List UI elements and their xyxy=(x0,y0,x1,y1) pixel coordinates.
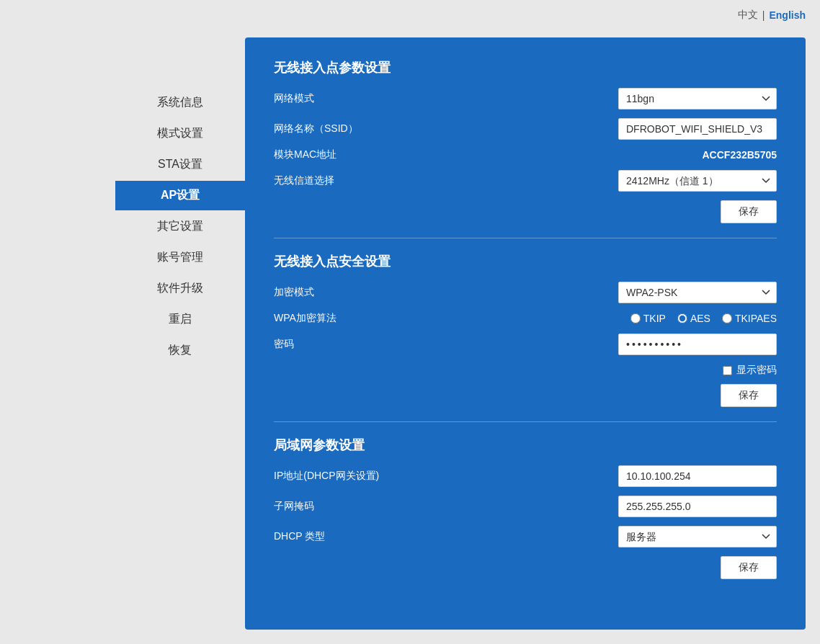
channel-select[interactable]: 2412MHz（信道 1） 2437MHz（信道 6） 2462MHz（信道 1… xyxy=(618,170,777,192)
ip-input[interactable] xyxy=(618,465,777,487)
ip-row: IP地址(DHCP网关设置) xyxy=(274,465,777,487)
lan-params-section: 局域网参数设置 IP地址(DHCP网关设置) 子网掩码 DHCP 类型 服务器 xyxy=(274,437,777,594)
subnet-label: 子网掩码 xyxy=(274,500,389,513)
lan-params-save-button[interactable]: 保存 xyxy=(721,556,777,579)
show-password-label[interactable]: 显示密码 xyxy=(736,364,777,377)
dhcp-type-label: DHCP 类型 xyxy=(274,530,389,543)
subnet-row: 子网掩码 xyxy=(274,496,777,517)
channel-row: 无线信道选择 2412MHz（信道 1） 2437MHz（信道 6） 2462M… xyxy=(274,170,777,192)
sidebar-item-other-settings[interactable]: 其它设置 xyxy=(115,212,245,241)
wpa-algo-aes-text: AES xyxy=(690,313,710,324)
ip-value xyxy=(389,465,777,487)
wpa-algo-tkipaes-label[interactable]: TKIPAES xyxy=(722,313,777,324)
network-mode-select[interactable]: 11bgn 11bg 11b 11g 11n xyxy=(618,88,777,109)
wireless-ap-params-section: 无线接入点参数设置 网络模式 11bgn 11bg 11b 11g 11n 网络… xyxy=(274,59,777,238)
network-mode-label: 网络模式 xyxy=(274,92,389,105)
wpa-algo-tkip-radio[interactable] xyxy=(630,313,641,323)
password-value xyxy=(389,334,777,355)
password-label: 密码 xyxy=(274,338,389,351)
encryption-row: 加密模式 WPA2-PSK WPA-PSK WEP 无 xyxy=(274,282,777,303)
wpa-algo-tkipaes-text: TKIPAES xyxy=(735,313,777,324)
sidebar: 系统信息 模式设置 STA设置 AP设置 其它设置 账号管理 软件升级 重启 恢… xyxy=(0,30,245,637)
wpa-algo-aes-radio[interactable] xyxy=(677,313,687,323)
subnet-input[interactable] xyxy=(618,496,777,517)
ap-params-save-row: 保存 xyxy=(274,200,777,223)
channel-value: 2412MHz（信道 1） 2437MHz（信道 6） 2462MHz（信道 1… xyxy=(389,170,777,192)
ssid-value xyxy=(389,118,777,140)
sidebar-item-restore[interactable]: 恢复 xyxy=(115,336,245,365)
main-content: 无线接入点参数设置 网络模式 11bgn 11bg 11b 11g 11n 网络… xyxy=(245,37,806,630)
sidebar-item-system-info[interactable]: 系统信息 xyxy=(115,88,245,117)
show-password-row: 显示密码 xyxy=(274,364,777,377)
sidebar-item-sta-settings[interactable]: STA设置 xyxy=(115,150,245,179)
wireless-ap-security-section: 无线接入点安全设置 加密模式 WPA2-PSK WPA-PSK WEP 无 WP… xyxy=(274,253,777,422)
password-input[interactable] xyxy=(618,334,777,355)
wireless-ap-security-title: 无线接入点安全设置 xyxy=(274,253,777,270)
password-row: 密码 xyxy=(274,334,777,355)
ssid-input[interactable] xyxy=(618,118,777,140)
wpa-algo-aes-label[interactable]: AES xyxy=(677,313,710,324)
page-layout: 系统信息 模式设置 STA设置 AP设置 其它设置 账号管理 软件升级 重启 恢… xyxy=(0,30,820,644)
mac-value: ACCF232B5705 xyxy=(389,149,777,161)
lan-params-title: 局域网参数设置 xyxy=(274,437,777,454)
subnet-value xyxy=(389,496,777,517)
wpa-algo-row: WPA加密算法 TKIP AES TKIPAES xyxy=(274,312,777,325)
ap-params-save-button[interactable]: 保存 xyxy=(721,200,777,223)
mac-row: 模块MAC地址 ACCF232B5705 xyxy=(274,148,777,161)
ssid-row: 网络名称（SSID） xyxy=(274,118,777,140)
wireless-ap-params-title: 无线接入点参数设置 xyxy=(274,59,777,76)
encryption-select[interactable]: WPA2-PSK WPA-PSK WEP 无 xyxy=(618,282,777,303)
network-mode-value: 11bgn 11bg 11b 11g 11n xyxy=(389,88,777,109)
sidebar-item-software-upgrade[interactable]: 软件升级 xyxy=(115,274,245,303)
sidebar-item-mode-settings[interactable]: 模式设置 xyxy=(115,119,245,148)
wpa-algo-tkipaes-radio[interactable] xyxy=(722,313,732,323)
wpa-algo-tkip-label[interactable]: TKIP xyxy=(630,313,666,324)
ip-label: IP地址(DHCP网关设置) xyxy=(274,470,389,483)
mac-static-value: ACCF232B5705 xyxy=(703,149,777,161)
channel-label: 无线信道选择 xyxy=(274,174,389,187)
ap-security-save-button[interactable]: 保存 xyxy=(721,384,777,407)
sidebar-item-account-mgmt[interactable]: 账号管理 xyxy=(115,243,245,272)
wpa-algo-value: TKIP AES TKIPAES xyxy=(389,313,777,324)
show-password-checkbox[interactable] xyxy=(723,366,732,375)
wpa-algo-tkip-text: TKIP xyxy=(643,313,666,324)
ssid-label: 网络名称（SSID） xyxy=(274,122,389,135)
encryption-value: WPA2-PSK WPA-PSK WEP 无 xyxy=(389,282,777,303)
mac-label: 模块MAC地址 xyxy=(274,148,389,161)
dhcp-type-row: DHCP 类型 服务器 客户端 禁用 xyxy=(274,526,777,547)
wpa-algo-label: WPA加密算法 xyxy=(274,312,389,325)
dhcp-type-value: 服务器 客户端 禁用 xyxy=(389,526,777,547)
sidebar-item-ap-settings[interactable]: AP设置 xyxy=(115,181,245,210)
network-mode-row: 网络模式 11bgn 11bg 11b 11g 11n xyxy=(274,88,777,109)
encryption-label: 加密模式 xyxy=(274,286,389,299)
lang-separator: | xyxy=(762,9,765,21)
sidebar-item-reboot[interactable]: 重启 xyxy=(115,305,245,334)
language-bar: 中文 | English xyxy=(0,0,820,30)
ap-security-save-row: 保存 xyxy=(274,384,777,407)
dhcp-type-select[interactable]: 服务器 客户端 禁用 xyxy=(618,526,777,547)
wpa-algo-radio-group: TKIP AES TKIPAES xyxy=(389,313,777,324)
lang-zh-button[interactable]: 中文 xyxy=(738,9,758,22)
lang-en-button[interactable]: English xyxy=(769,9,806,21)
lan-params-save-row: 保存 xyxy=(274,556,777,579)
